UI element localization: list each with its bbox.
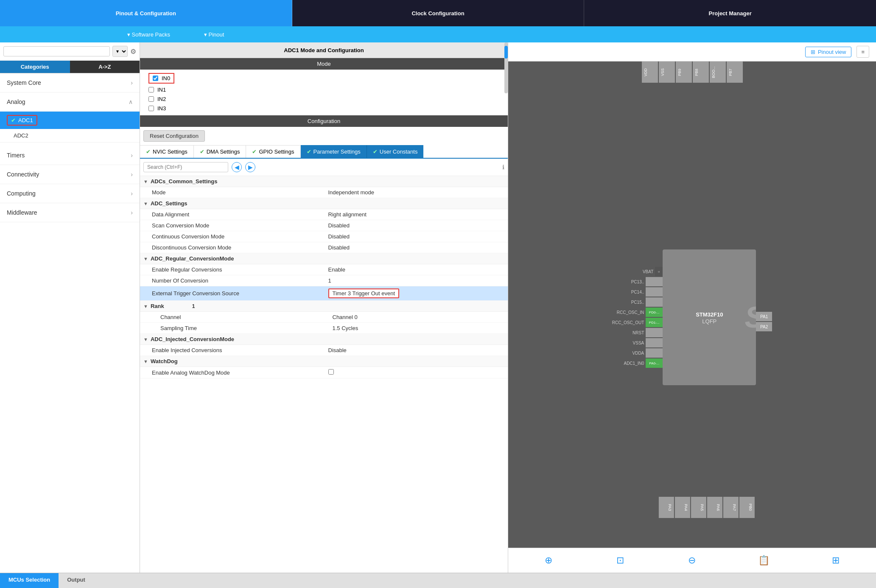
search-next-icon[interactable]: ▶ [245,162,255,172]
sidebar-item-connectivity[interactable]: Connectivity › [0,165,140,184]
watchdog-checkbox[interactable] [328,369,334,375]
footer-tab-output[interactable]: Output [59,573,94,588]
group-header-watchdog[interactable]: ▼ WatchDog [140,356,508,367]
chevron-right-icon: › [131,152,133,159]
pin-pa4: PA4 [674,497,690,518]
tab-check-dma: ✔ [200,148,204,155]
sidebar-search-input[interactable] [3,46,110,56]
chip-view: VDD VSS PB9 PB8 BOO... PB7 VBAT ○ [508,62,876,548]
param-name: Enable Injected Conversions [152,347,328,353]
sidebar-item-label: System Core [7,79,41,86]
sidebar-item-label: Computing [7,190,36,197]
adc1-border-box: ✔ ADC1 [7,115,37,126]
search-prev-icon[interactable]: ◀ [232,162,242,172]
group-header-rank[interactable]: ▼ Rank 1 [140,301,508,312]
in0-checkbox[interactable] [153,76,158,81]
save-icon[interactable]: 📋 [756,552,772,568]
zoom-out-icon[interactable]: ⊖ [684,552,700,568]
param-value: Channel 0 [333,314,505,320]
pinout-list-button[interactable]: ≡ [856,46,869,58]
tab-nvic[interactable]: ✔ NVIC Settings [140,145,194,158]
sidebar-search-select[interactable]: ▾ [112,46,128,57]
param-name: Scan Conversion Mode [152,222,328,229]
sidebar-item-timers[interactable]: Timers › [0,146,140,165]
chip-body: S STM32F10 LQFP [663,249,756,385]
gear-icon[interactable]: ⚙ [130,48,136,56]
subnav-software-packs[interactable]: ▾ Software Packs [127,31,170,38]
pin-label-nrst: NRST [633,328,663,337]
sidebar-item-adc2[interactable]: ADC2 [0,129,140,143]
subnav-pinout[interactable]: ▾ Pinout [204,31,224,38]
in2-checkbox[interactable] [148,96,154,102]
tab-user-constants[interactable]: ✔ User Constants [367,145,424,158]
group-adcs-common: ▼ ADCs_Common_Settings Mode Independent … [140,176,508,198]
pin-pa2: PA2 [756,322,772,331]
param-name: External Trigger Conversion Source [152,290,328,297]
tab-gpio[interactable]: ✔ GPIO Settings [246,145,300,158]
trigger-value-box: Timer 3 Trigger Out event [328,288,400,298]
chevron-right-icon: › [131,171,133,178]
stm-logo-text: S [745,300,756,334]
sidebar-item-system-core[interactable]: System Core › [0,73,140,92]
config-section: Configuration Reset Configuration ✔ NVIC… [140,115,508,573]
chip-toolbar: ⊕ ⊡ ⊖ 📋 ⊞ [508,548,876,573]
param-value [328,369,505,376]
param-row-enable-regular: Enable Regular Conversions Enable [140,264,508,275]
nav-clock[interactable]: Clock Configuration [292,0,585,26]
mode-header: Mode [140,58,508,70]
collapse-arrow-icon: ▼ [143,337,148,342]
param-value: Independent mode [328,189,505,196]
pins-right: PA1 PA2 [756,312,772,331]
check-icon: ✔ [11,117,16,123]
param-row-mode: Mode Independent mode [140,187,508,198]
collapse-arrow-icon: ▼ [143,359,148,364]
group-header-adcs-common[interactable]: ▼ ADCs_Common_Settings [140,176,508,187]
pin-label-vdda: VDDA [632,348,663,358]
nav-project[interactable]: Project Manager [584,0,876,26]
sub-nav: ▾ Software Packs ▾ Pinout [0,26,876,42]
reset-config-button[interactable]: Reset Configuration [143,130,205,142]
zoom-in-icon[interactable]: ⊕ [540,552,557,568]
footer-tab-mcus[interactable]: MCUs Selection [0,573,59,588]
param-name: Channel [160,314,333,320]
tab-check-gpio: ✔ [252,148,257,155]
group-header-adc-regular[interactable]: ▼ ADC_Regular_ConversionMode [140,253,508,264]
tab-categories[interactable]: Categories [0,61,70,73]
tab-az[interactable]: A->Z [70,61,140,73]
pin-pa3: PA3 [658,497,674,518]
sidebar-item-computing[interactable]: Computing › [0,184,140,203]
tab-dma[interactable]: ✔ DMA Settings [194,145,246,158]
param-search-input[interactable] [143,162,228,172]
group-adc-injected: ▼ ADC_Injected_ConversionMode Enable Inj… [140,334,508,356]
split-view-icon[interactable]: ⊞ [828,552,844,568]
group-header-adc-settings[interactable]: ▼ ADC_Settings [140,198,508,209]
pin-vss: VSS [659,62,675,83]
param-value: Disabled [328,244,505,251]
sidebar-item-middleware[interactable]: Middleware › [0,203,140,222]
param-row-enable-injected: Enable Injected Conversions Disable [140,345,508,356]
param-row-num-conversions: Number Of Conversion 1 [140,275,508,286]
param-name: Data Alignment [152,211,328,218]
sidebar-items: System Core › Analog ∧ ✔ ADC1 ADC2 Tim [0,73,140,573]
tab-check-user: ✔ [373,148,378,155]
pin-pa7: PA7 [723,497,738,518]
chip-with-pins: VBAT ○ PC13.. PC14.. [612,249,772,385]
tab-parameter[interactable]: ✔ Parameter Settings [301,145,367,158]
chip-package-label: LQFP [702,318,716,325]
nav-pinout[interactable]: Pinout & Configuration [0,0,292,26]
sidebar-item-analog[interactable]: Analog ∧ [0,92,140,112]
pin-pa6: PA6 [707,497,722,518]
param-row-ext-trigger[interactable]: External Trigger Conversion Source Timer… [140,286,508,301]
sidebar-item-adc1[interactable]: ✔ ADC1 [0,112,140,129]
in1-label: IN1 [157,87,166,93]
group-header-adc-injected[interactable]: ▼ ADC_Injected_ConversionMode [140,334,508,345]
pinout-view-button[interactable]: ⊞ Pinout view [805,47,851,57]
pin-label-rcc-osc-in: RCC_OSC_IN PD0-... [617,308,663,317]
pin-label-pc13: PC13.. [631,277,663,286]
param-name: Enable Analog WatchDog Mode [152,370,328,376]
param-row-data-alignment: Data Alignment Right alignment [140,209,508,220]
in3-checkbox[interactable] [148,106,154,111]
fit-view-icon[interactable]: ⊡ [612,552,628,568]
group-watchdog: ▼ WatchDog Enable Analog WatchDog Mode [140,356,508,378]
in1-checkbox[interactable] [148,87,154,92]
